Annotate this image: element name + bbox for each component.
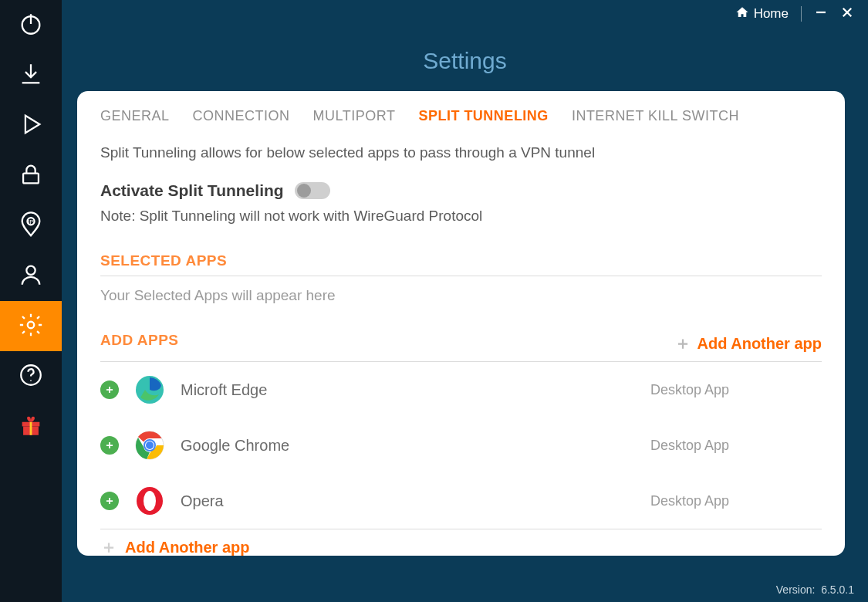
- lock-icon: [18, 161, 44, 191]
- nav-lock[interactable]: [0, 150, 62, 201]
- svg-text:IP: IP: [29, 218, 34, 225]
- app-type: Desktop App: [650, 493, 822, 509]
- app-row: Google Chrome Desktop App: [100, 418, 822, 473]
- power-icon: [18, 11, 44, 40]
- close-button[interactable]: [840, 5, 854, 23]
- app-name: Google Chrome: [181, 437, 635, 455]
- play-icon: [18, 111, 44, 140]
- nav-play[interactable]: [0, 100, 62, 150]
- add-apps-header: ADD APPS: [100, 332, 178, 355]
- svg-rect-5: [23, 173, 39, 183]
- svg-point-11: [30, 380, 32, 381]
- add-app-button[interactable]: [100, 492, 119, 510]
- gift-icon: [18, 412, 44, 441]
- app-row: Opera Desktop App: [100, 473, 822, 529]
- nav-settings[interactable]: [0, 301, 62, 351]
- tab-split-tunneling[interactable]: SPLIT TUNNELING: [418, 108, 549, 124]
- home-label: Home: [754, 6, 789, 22]
- tab-kill-switch[interactable]: INTERNET KILL SWITCH: [572, 108, 739, 124]
- selected-apps-empty: Your Selected Apps will appear here: [100, 276, 822, 332]
- app-type: Desktop App: [650, 438, 822, 454]
- add-another-app-bottom[interactable]: ＋ Add Another app: [100, 529, 822, 556]
- help-icon: [18, 362, 44, 391]
- add-app-button[interactable]: [100, 436, 119, 455]
- settings-card: GENERAL CONNECTION MULTIPORT SPLIT TUNNE…: [77, 91, 845, 556]
- settings-tabs: GENERAL CONNECTION MULTIPORT SPLIT TUNNE…: [100, 108, 822, 138]
- add-another-app-button[interactable]: ＋ Add Another app: [674, 332, 822, 355]
- svg-point-8: [26, 265, 35, 274]
- nav-download[interactable]: [0, 50, 62, 100]
- activate-toggle[interactable]: [295, 182, 330, 199]
- profile-icon: [18, 262, 44, 291]
- version-label: Version: 6.5.0.1: [776, 583, 854, 596]
- separator: [801, 6, 802, 22]
- app-row: Microft Edge Desktop App: [100, 362, 822, 418]
- svg-point-26: [146, 441, 154, 449]
- selected-apps-header: SELECTED APPS: [100, 252, 822, 276]
- window-controls: Home: [62, 0, 868, 28]
- nav-power[interactable]: [0, 0, 62, 50]
- nav-profile[interactable]: [0, 251, 62, 301]
- home-icon: [735, 5, 749, 23]
- activate-note: Note: Split Tunneling will not work with…: [100, 208, 822, 252]
- app-name: Opera: [181, 492, 635, 510]
- svg-point-30: [144, 491, 156, 511]
- nav-gift[interactable]: [0, 401, 62, 452]
- page-title: Settings: [62, 28, 868, 91]
- opera-icon: [134, 485, 165, 516]
- app-type: Desktop App: [650, 382, 822, 398]
- edge-icon: [134, 374, 165, 405]
- plus-icon: ＋: [100, 536, 117, 556]
- main-area: Home Settings GENERAL CONNECTION MULTIPO…: [62, 0, 868, 602]
- plus-icon: ＋: [674, 332, 691, 355]
- tab-connection[interactable]: CONNECTION: [193, 108, 290, 124]
- activate-label: Activate Split Tunneling: [100, 181, 284, 200]
- add-another-label: Add Another app: [697, 335, 822, 353]
- app-name: Microft Edge: [181, 381, 635, 399]
- svg-marker-4: [25, 115, 39, 133]
- ip-location-icon: IP: [18, 211, 44, 241]
- minimize-button[interactable]: [814, 5, 828, 23]
- home-button[interactable]: Home: [735, 5, 789, 23]
- tab-general[interactable]: GENERAL: [100, 108, 170, 124]
- split-description: Split Tunneling allows for below selecte…: [100, 138, 822, 181]
- svg-point-9: [28, 321, 35, 328]
- left-nav-rail: IP: [0, 0, 62, 602]
- add-app-button[interactable]: [100, 380, 119, 399]
- tab-multiport[interactable]: MULTIPORT: [313, 108, 396, 124]
- nav-ip-location[interactable]: IP: [0, 201, 62, 251]
- chrome-icon: [134, 430, 165, 461]
- settings-gear-icon: [18, 312, 44, 341]
- svg-rect-14: [30, 421, 32, 435]
- download-icon: [18, 61, 44, 90]
- nav-help[interactable]: [0, 351, 62, 401]
